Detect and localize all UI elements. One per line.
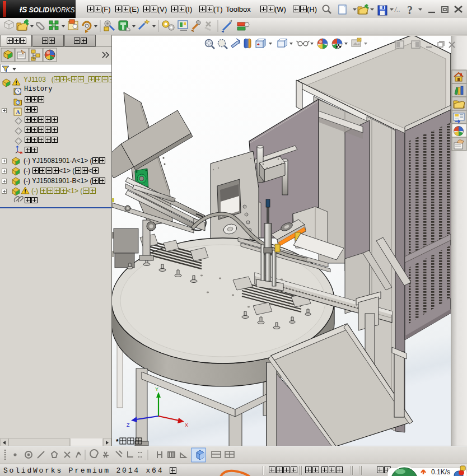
svg-text:Y: Y — [155, 386, 158, 392]
svg-text:X: X — [185, 422, 188, 428]
svg-text:?: ? — [407, 4, 413, 16]
svg-text:0.1K/s: 0.1K/s — [431, 468, 450, 476]
svg-text:+: + — [257, 42, 260, 47]
svg-text:*: * — [116, 438, 119, 446]
svg-text:/..: /.. — [394, 6, 400, 13]
svg-text:A: A — [16, 109, 20, 115]
svg-text:Z: Z — [127, 422, 130, 428]
